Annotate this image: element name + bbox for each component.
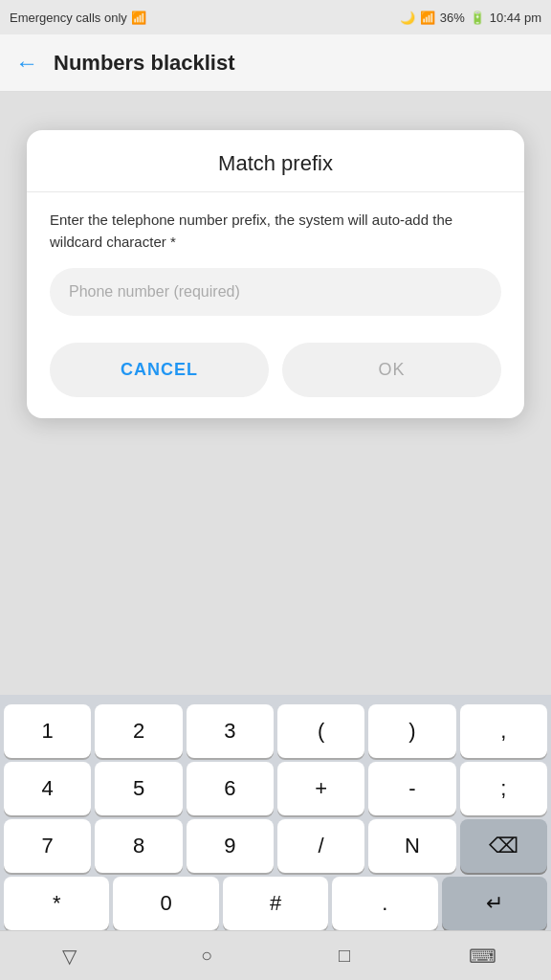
battery-text: 36% — [440, 11, 465, 25]
back-icon: ← — [15, 50, 38, 76]
keyboard-row-3: 7 8 9 / N ⌫ — [4, 819, 547, 873]
back-button[interactable]: ← — [15, 50, 38, 77]
background-area: Match prefix Enter the telephone number … — [0, 92, 551, 695]
key-backspace[interactable]: ⌫ — [460, 819, 547, 873]
nav-recent-button[interactable]: □ — [316, 937, 373, 975]
ok-button[interactable]: OK — [282, 343, 501, 397]
nav-keyboard-button[interactable]: ⌨ — [453, 937, 511, 975]
keyboard-row-1: 1 2 3 ( ) , — [4, 704, 547, 758]
key-4[interactable]: 4 — [4, 762, 91, 815]
dialog-body: Enter the telephone number prefix, the s… — [27, 192, 524, 343]
status-right: 🌙 📶 36% 🔋 10:44 pm — [400, 11, 541, 25]
key-semicolon[interactable]: ; — [460, 762, 547, 815]
key-3[interactable]: 3 — [187, 704, 274, 758]
battery-icon: 🔋 — [470, 11, 485, 25]
key-6[interactable]: 6 — [187, 762, 274, 815]
key-asterisk[interactable]: * — [4, 877, 109, 930]
dialog-title-bar: Match prefix — [27, 130, 524, 192]
status-left: Emergency calls only 📶 — [10, 11, 146, 25]
nav-home-icon: ○ — [201, 945, 212, 967]
key-minus[interactable]: - — [368, 762, 455, 815]
wifi-icon: 📶 — [420, 11, 435, 25]
moon-icon: 🌙 — [400, 11, 415, 25]
key-7[interactable]: 7 — [4, 819, 91, 873]
match-prefix-dialog: Match prefix Enter the telephone number … — [27, 130, 524, 418]
cancel-button[interactable]: CANCEL — [50, 343, 269, 397]
key-enter[interactable]: ↵ — [442, 877, 547, 930]
key-9[interactable]: 9 — [187, 819, 274, 873]
keyboard: 1 2 3 ( ) , 4 5 6 + - ; 7 8 9 / N ⌫ * 0 — [0, 695, 551, 930]
key-plus[interactable]: + — [277, 762, 364, 815]
key-0[interactable]: 0 — [113, 877, 218, 930]
key-1[interactable]: 1 — [4, 704, 91, 758]
dialog-title: Match prefix — [218, 151, 333, 175]
key-2[interactable]: 2 — [95, 704, 182, 758]
nav-back-icon: ▽ — [62, 945, 77, 968]
key-5[interactable]: 5 — [95, 762, 182, 815]
keyboard-rows: 1 2 3 ( ) , 4 5 6 + - ; 7 8 9 / N ⌫ * 0 — [0, 701, 551, 930]
nav-back-button[interactable]: ▽ — [40, 937, 98, 975]
key-slash[interactable]: / — [277, 819, 364, 873]
key-close-paren[interactable]: ) — [368, 704, 455, 758]
app-bar: ← Numbers blacklist — [0, 34, 551, 92]
signal-icon: 📶 — [131, 11, 146, 25]
nav-bar: ▽ ○ □ ⌨ — [0, 930, 551, 980]
key-open-paren[interactable]: ( — [277, 704, 364, 758]
keyboard-row-4: * 0 # . ↵ — [4, 877, 547, 930]
nav-keyboard-icon: ⌨ — [469, 945, 496, 968]
emergency-calls-text: Emergency calls only — [10, 11, 127, 25]
page-title: Numbers blacklist — [54, 51, 235, 76]
key-comma[interactable]: , — [460, 704, 547, 758]
status-bar: Emergency calls only 📶 🌙 📶 36% 🔋 10:44 p… — [0, 0, 551, 34]
nav-home-button[interactable]: ○ — [178, 937, 235, 975]
time-text: 10:44 pm — [490, 11, 541, 25]
dialog-description: Enter the telephone number prefix, the s… — [50, 210, 501, 253]
dialog-buttons: CANCEL OK — [27, 343, 524, 418]
key-8[interactable]: 8 — [95, 819, 182, 873]
phone-number-input[interactable] — [50, 268, 501, 316]
nav-recent-icon: □ — [339, 945, 350, 967]
key-period[interactable]: . — [332, 877, 437, 930]
key-hash[interactable]: # — [223, 877, 328, 930]
keyboard-row-2: 4 5 6 + - ; — [4, 762, 547, 815]
key-n[interactable]: N — [368, 819, 455, 873]
